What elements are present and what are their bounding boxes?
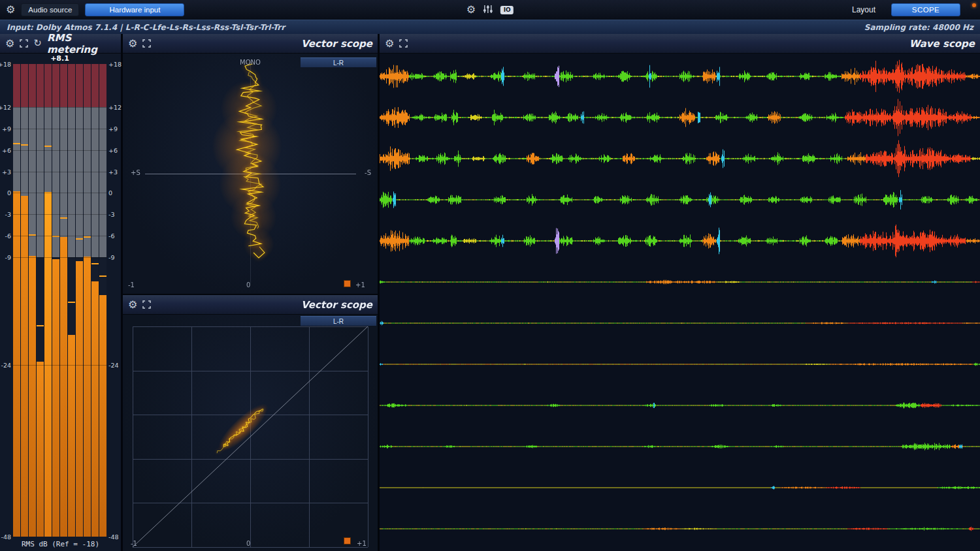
rms-scale-left-tick: -48: [1, 533, 11, 541]
vector-scope-panel-bottom: ⚙ Vector scope L-R -1 0 +1: [123, 295, 378, 551]
rms-meter-area: [13, 64, 106, 537]
rms-tick-line: [13, 150, 106, 151]
toolbar-center-group: ⚙ IO: [466, 5, 514, 16]
trace-color-swatch[interactable]: [344, 280, 351, 287]
vector-bottom-title: Vector scope: [301, 299, 372, 311]
layout-button[interactable]: Layout: [848, 3, 879, 16]
x-axis-tick: +1: [355, 281, 365, 289]
vector-bottom-settings-gear-icon[interactable]: ⚙: [128, 300, 137, 310]
rms-meter-channel: [99, 64, 106, 537]
rms-scale-right-tick: -3: [108, 211, 114, 218]
rms-peak-marker: [60, 217, 67, 219]
rms-meter-channel: [60, 64, 67, 537]
rms-peak-marker: [37, 325, 44, 326]
rms-peak-marker: [21, 144, 28, 146]
rms-reset-icon[interactable]: ↻: [33, 39, 42, 48]
rms-scale-right-tick: -48: [108, 533, 119, 541]
rms-settings-gear-icon[interactable]: ⚙: [5, 39, 14, 49]
rms-meter-channel: [13, 64, 20, 537]
rms-meter-fill: [91, 281, 99, 537]
rms-scale-right: +18+12+9+6+30-3-6-9-24-48: [107, 64, 120, 537]
vector-bottom-header: ⚙ Vector scope: [123, 295, 378, 315]
rms-meter-channel: [21, 64, 28, 537]
wave-expand-icon[interactable]: [399, 39, 408, 48]
mixer-sliders-icon[interactable]: [483, 5, 493, 16]
rms-meter-fill: [37, 362, 44, 537]
hardware-input-button[interactable]: Hardware input: [85, 3, 184, 16]
vector-scope-polar-display: [123, 54, 378, 294]
audio-analyzer-app: ⚙ Audio source Hardware input ⚙ IO Layou…: [0, 0, 980, 551]
vector-top-expand-icon[interactable]: [142, 39, 151, 48]
rms-meter-channel: [37, 64, 44, 537]
rms-meter-fill: [84, 257, 91, 537]
rms-meter-fill: [13, 191, 20, 537]
rms-scale-right-tick: -6: [108, 232, 114, 240]
rms-reference-label: RMS dB (Ref = -18): [0, 540, 121, 548]
rms-tick-line: [13, 214, 106, 215]
rms-meter-fill: [52, 259, 59, 537]
rms-scale-right-tick: 0: [108, 189, 112, 197]
vector-bottom-mode-button[interactable]: L-R: [301, 316, 376, 326]
rms-meter-channel: [76, 64, 83, 537]
settings-gear-icon[interactable]: ⚙: [6, 5, 15, 15]
vector-scope-panel-top: ⚙ Vector scope L-R MONO +S -S -1 0 +1: [123, 34, 378, 294]
rms-scale-left-tick: +12: [0, 103, 11, 110]
scope-button[interactable]: SCOPE: [891, 3, 960, 16]
status-dot: [972, 3, 976, 7]
rms-peak-marker: [91, 263, 99, 264]
plus-s-axis-label: +S: [131, 169, 140, 176]
rms-scale-right-tick: -24: [108, 361, 119, 368]
top-toolbar: ⚙ Audio source Hardware input ⚙ IO Layou…: [0, 0, 980, 20]
preferences-gear-icon[interactable]: ⚙: [466, 5, 476, 15]
vector-top-title: Vector scope: [301, 38, 372, 50]
rms-scale-left-tick: +6: [2, 146, 11, 153]
toolbar-right-group: Layout SCOPE: [848, 3, 980, 16]
rms-expand-icon[interactable]: [20, 39, 28, 48]
rms-scale-right-tick: +6: [108, 146, 118, 153]
rms-scale-right-tick: +3: [108, 168, 118, 175]
audio-source-button[interactable]: Audio source: [21, 3, 79, 16]
rms-scale-right-tick: +18: [108, 61, 122, 68]
rms-scale-right-tick: -9: [108, 254, 114, 261]
rms-peak-marker: [99, 276, 106, 277]
rms-meter-channel: [68, 64, 75, 537]
minus-s-axis-label: -S: [365, 169, 371, 176]
vector-top-mode-button[interactable]: L-R: [301, 57, 376, 67]
rms-scale-left-tick: +9: [2, 125, 11, 132]
rms-scale-left-tick: -3: [5, 211, 11, 218]
vector-top-settings-gear-icon[interactable]: ⚙: [128, 39, 137, 49]
rms-max-readout: +8.1: [13, 54, 106, 63]
x-axis-tick: -1: [128, 281, 135, 289]
main-content: ⚙ ↻ RMS metering +8.1 +18+12+9+6+30-3-6-…: [0, 34, 980, 551]
rms-scale-left-tick: 0: [7, 189, 11, 197]
rms-meter-fill: [60, 237, 67, 537]
x-axis-tick: +1: [357, 540, 367, 547]
vector-bottom-expand-icon[interactable]: [142, 300, 151, 309]
rms-scale-left: +18+12+9+6+30-3-6-9-24-48: [0, 64, 12, 537]
rms-scale-left-tick: +3: [2, 168, 11, 175]
info-bar: Input: Dolby Atmos 7.1.4 | L-R-C-Lfe-Ls-…: [0, 20, 980, 34]
x-axis-tick: -1: [131, 540, 137, 547]
rms-meter-fill: [99, 295, 106, 537]
rms-scale-left-tick: -9: [5, 254, 11, 261]
rms-tick-line: [13, 236, 106, 236]
input-format-label: Input: Dolby Atmos 7.1.4 | L-R-C-Lfe-Ls-…: [7, 23, 285, 32]
rms-peak-marker: [44, 146, 52, 147]
rms-panel-header: ⚙ ↻ RMS metering: [0, 34, 121, 54]
rms-body: +18+12+9+6+30-3-6-9-24-48 +18+12+9+6+30-…: [0, 64, 121, 537]
rms-peak-marker: [84, 236, 91, 238]
rms-meter-fill: [76, 261, 83, 537]
sampling-rate-label: Sampling rate: 48000 Hz: [864, 23, 973, 32]
rms-tick-line: [13, 107, 106, 108]
rms-meter-fill: [29, 256, 36, 537]
x-axis-tick: 0: [246, 281, 250, 289]
io-routing-icon[interactable]: IO: [500, 6, 514, 14]
trace-color-swatch[interactable]: [344, 537, 351, 544]
x-axis-tick: 0: [246, 540, 250, 547]
wave-scope-display: [380, 54, 980, 551]
rms-meter-channel: [44, 64, 52, 537]
wave-settings-gear-icon[interactable]: ⚙: [385, 39, 394, 49]
vector-scope-xy-display: [123, 315, 378, 551]
rms-peak-marker: [68, 302, 75, 303]
mono-axis-label: MONO: [240, 59, 261, 66]
